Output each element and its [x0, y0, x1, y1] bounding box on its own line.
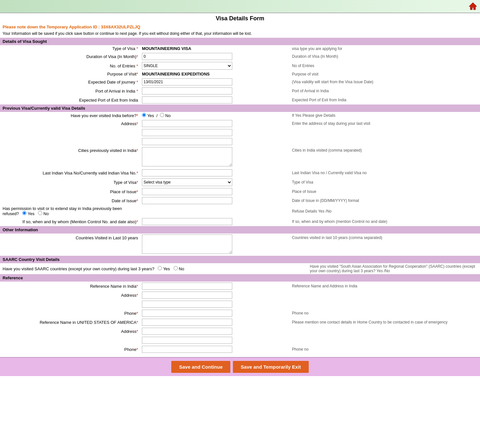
row-duration: Duration of Visa (In Month)* Duration of… [0, 52, 480, 61]
row-saarc: Have you visited SAARC countries (except… [0, 263, 480, 274]
row-ref-name-usa: Reference Name in UNITED STATES OF AMERI… [0, 318, 480, 327]
entries-select[interactable]: SINGLE DOUBLE MULTIPLE [142, 62, 232, 70]
row-cities: Cities previously visited in India* Citi… [0, 146, 480, 168]
row-place-issue: Place of Issue* Place of Issue [0, 187, 480, 196]
row-ref-address-1: Address* [0, 291, 480, 300]
saarc-no-label[interactable]: No [174, 266, 184, 271]
row-entries: No. of Entries * SINGLE DOUBLE MULTIPLE … [0, 61, 480, 71]
place-issue-input[interactable] [142, 188, 232, 195]
temp-id-row: Please note down the Temporary Applicati… [0, 23, 480, 31]
row-visited-before: Have you ever visited India before?* Yes… [0, 112, 480, 119]
visited-no-radio[interactable] [160, 113, 164, 117]
saarc-yes-label[interactable]: Yes [158, 266, 171, 271]
ref-name-usa-input[interactable] [142, 319, 232, 326]
save-continue-button[interactable]: Save and Continue [171, 361, 230, 373]
footer-bar: Save and Continue Save and Temporarily E… [0, 357, 480, 376]
countries-visited-textarea[interactable] [142, 234, 232, 254]
row-ref-phone: Phone* Phone no [0, 309, 480, 318]
arrival-port-input[interactable] [142, 87, 232, 95]
refused-detail-input[interactable] [142, 218, 232, 225]
row-ref-phone2: Phone* Phone no [0, 345, 480, 354]
saarc-no-radio[interactable] [174, 266, 178, 270]
visited-yes-radio[interactable] [142, 113, 146, 117]
refused-no-radio[interactable] [38, 211, 42, 215]
row-ref-address2-2 [0, 336, 480, 345]
info-text: Your Information will be saved if you cl… [0, 31, 480, 38]
row-ref-address-2 [0, 300, 480, 309]
type-of-visa-value: MOUNTAINEERING VISA [142, 46, 191, 51]
address1-input[interactable] [142, 120, 232, 127]
ref-address2-2-input[interactable] [142, 337, 232, 344]
home-icon [468, 1, 477, 10]
row-address-3 [0, 137, 480, 146]
section-visa-details-header: Details of Visa Sought [0, 38, 480, 45]
home-icon-container[interactable] [468, 1, 477, 11]
page-title: Visa Details Form [0, 13, 480, 23]
row-exit-port: Expected Port of Exit from India Expecte… [0, 95, 480, 105]
saarc-yes-radio[interactable] [158, 266, 162, 270]
row-address-1: Address* Enter the address of stay durin… [0, 119, 480, 128]
section-saarc-header: SAARC Country Visit Details [0, 256, 480, 263]
row-arrival-port: Port of Arrival in India * Port of Arriv… [0, 86, 480, 95]
visited-yes-label[interactable]: Yes [142, 113, 155, 118]
row-address-2 [0, 128, 480, 137]
row-ref-address2-1: Address* [0, 327, 480, 336]
ref-address2-input[interactable] [142, 301, 232, 308]
address3-input[interactable] [142, 138, 232, 145]
ref-address1-input[interactable] [142, 292, 232, 299]
saarc-table: Have you visited SAARC countries (except… [0, 263, 480, 274]
row-ref-name-india: Reference Name in India* Reference Name … [0, 282, 480, 291]
other-info-table: Countries Visited in Last 10 years Count… [0, 234, 480, 256]
row-visa-no: Last Indian Visa No/Currently valid Indi… [0, 168, 480, 177]
visa-details-table: Type of Visa * MOUNTAINEERING VISA visa … [0, 45, 480, 105]
section-prev-visa-header: Previous Visa/Currently valid Visa Detai… [0, 105, 480, 112]
row-refused: Has permission to visit or to extend sta… [0, 205, 480, 217]
visa-type-select[interactable]: Select visa type TOURIST BUSINESS STUDEN… [142, 178, 232, 186]
prev-visa-table: Have you ever visited India before?* Yes… [0, 112, 480, 226]
section-reference-header: Reference [0, 274, 480, 282]
ref-address2-1-input[interactable] [142, 328, 232, 335]
row-type-of-visa: Type of Visa * MOUNTAINEERING VISA visa … [0, 45, 480, 52]
row-refused-detail: If so, when and by whom (Mention Control… [0, 217, 480, 226]
visa-no-input[interactable] [142, 169, 232, 176]
journey-date-input[interactable] [142, 78, 232, 85]
date-issue-input[interactable] [142, 197, 232, 204]
refused-yes-label[interactable]: Yes [22, 211, 35, 216]
exit-port-input[interactable] [142, 96, 232, 104]
row-countries-visited: Countries Visited in Last 10 years Count… [0, 234, 480, 256]
temp-id-value: 33X6AX32ULPZLJQ [101, 25, 140, 29]
cities-textarea[interactable] [142, 147, 232, 166]
row-date-issue: Date of Issue* Date of Issue in (DD/MM/Y… [0, 196, 480, 205]
save-exit-button[interactable]: Save and Temporarily Exit [233, 361, 308, 373]
refused-no-label[interactable]: No [38, 211, 49, 216]
ref-name-india-input[interactable] [142, 283, 232, 290]
visited-no-label[interactable]: No [160, 113, 171, 118]
purpose-value: MOUNTAINEERING EXPEDITIONS [142, 72, 210, 76]
ref-phone-input[interactable] [142, 310, 232, 317]
address2-input[interactable] [142, 129, 232, 136]
row-visa-type-prev: Type of Visa* Select visa type TOURIST B… [0, 177, 480, 187]
refused-yes-radio[interactable] [22, 211, 26, 215]
section-other-info-header: Other Information [0, 226, 480, 234]
row-purpose: Purpose of Visit* MOUNTAINEERING EXPEDIT… [0, 71, 480, 77]
row-journey-date: Expected Date of journey * (Visa validit… [0, 77, 480, 86]
duration-input[interactable] [142, 53, 232, 60]
reference-table: Reference Name in India* Reference Name … [0, 282, 480, 354]
ref-phone2-input[interactable] [142, 346, 232, 353]
svg-marker-0 [469, 3, 477, 10]
